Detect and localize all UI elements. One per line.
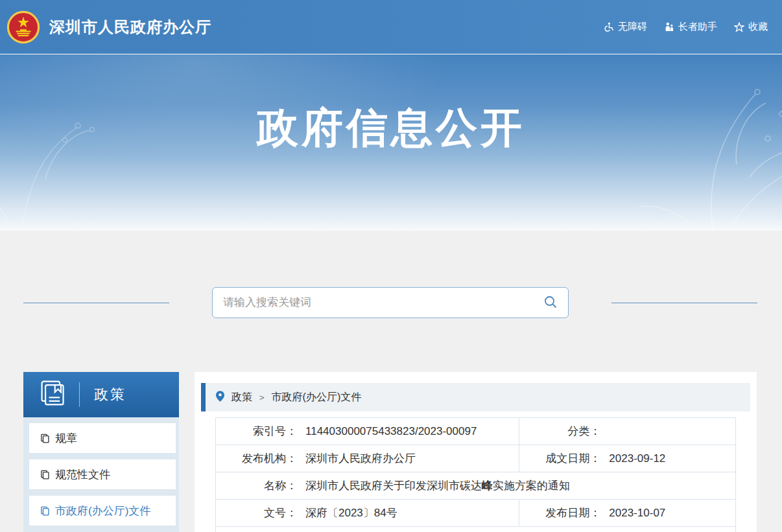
sidebar-header-divider	[79, 382, 80, 407]
document-icon	[40, 434, 50, 443]
doc-number-label: 文号：	[216, 505, 297, 520]
breadcrumb-separator: >	[259, 393, 265, 402]
category-cell: 分类：	[519, 418, 736, 445]
favorite-label: 收藏	[748, 21, 768, 33]
main-section: 政策 规章 规范性文件	[0, 231, 782, 532]
table-row: 文号：深府〔2023〕84号 发布日期：2023-10-07	[216, 500, 736, 527]
elder-assist-label: 长者助手	[678, 21, 717, 33]
table-row: 名称：深圳市人民政府关于印发深圳市碳达峰实施方案的通知	[216, 472, 736, 500]
written-date-value: 2023-09-12	[609, 452, 665, 465]
document-name-value: 深圳市人民政府关于印发深圳市碳达峰实施方案的通知	[305, 480, 570, 492]
doc-number-value: 深府〔2023〕84号	[305, 507, 397, 519]
written-date-label: 成文日期：	[519, 451, 600, 466]
category-label: 分类：	[519, 424, 600, 439]
star-icon	[734, 22, 744, 32]
sidebar-item-label: 规章	[55, 431, 77, 446]
breadcrumb: 政策 > 市政府(办公厅)文件	[201, 383, 750, 411]
book-icon	[39, 379, 67, 410]
elder-assist-link[interactable]: 长者助手	[664, 21, 717, 33]
document-icon	[40, 506, 50, 516]
search-input[interactable]	[223, 296, 543, 309]
content-row: 政策 规章 规范性文件	[0, 372, 782, 532]
index-number-cell: 索引号：114403000075433823/2023-00097	[216, 418, 519, 445]
doc-number-cell: 文号：深府〔2023〕84号	[216, 500, 519, 527]
site-title: 深圳市人民政府办公厅	[49, 17, 211, 38]
search-button[interactable]	[543, 295, 558, 311]
sidebar-item-regulations[interactable]: 规章	[29, 423, 176, 453]
accessibility-link[interactable]: 无障碍	[604, 21, 647, 33]
sidebar-item-label: 规范性文件	[55, 467, 110, 482]
publisher-cell: 发布机构：深圳市人民政府办公厅	[216, 445, 519, 472]
main-panel: 政策 > 市政府(办公厅)文件 索引号：114403000075433823/2…	[195, 372, 757, 532]
search-row	[0, 287, 782, 318]
favorite-link[interactable]: 收藏	[734, 21, 768, 33]
highlighted-keyword: 峰	[482, 480, 493, 492]
national-emblem-icon	[6, 10, 40, 44]
written-date-cell: 成文日期：2023-09-12	[519, 445, 736, 472]
decorative-line-right	[611, 303, 757, 303]
sidebar-title: 政策	[94, 385, 126, 404]
sidebar-item-label: 市政府(办公厅)文件	[55, 503, 150, 518]
table-row: 发布机构：深圳市人民政府办公厅 成文日期：2023-09-12	[216, 445, 736, 472]
index-number-value: 114403000075433823/2023-00097	[305, 425, 477, 437]
document-name-cell: 名称：深圳市人民政府关于印发深圳市碳达峰实施方案的通知	[216, 472, 736, 500]
document-icon	[40, 470, 50, 480]
sidebar-header: 政策	[23, 372, 179, 417]
publish-date-cell: 发布日期：2023-10-07	[519, 500, 736, 527]
topbar: 深圳市人民政府办公厅 无障碍 长者助手	[0, 0, 782, 54]
sidebar-item-municipal-documents[interactable]: 市政府(办公厅)文件	[29, 496, 176, 526]
location-pin-icon	[216, 391, 224, 404]
page-title: 政府信息公开	[0, 54, 782, 156]
publisher-label: 发布机构：	[216, 451, 297, 466]
search-box	[212, 287, 569, 318]
partial-row-cell	[216, 527, 736, 532]
banner: 政府信息公开	[0, 54, 782, 231]
sidebar-items: 规章 规范性文件 市政府(办公厅)文件	[23, 417, 179, 532]
accessibility-label: 无障碍	[618, 21, 647, 33]
publish-date-label: 发布日期：	[519, 505, 600, 520]
topbar-links: 无障碍 长者助手 收藏	[604, 21, 768, 33]
breadcrumb-item-policy[interactable]: 政策	[231, 391, 252, 404]
document-meta-table: 索引号：114403000075433823/2023-00097 分类： 发布…	[215, 417, 736, 532]
sidebar-item-normative-documents[interactable]: 规范性文件	[29, 459, 176, 489]
breadcrumb-item-current: 市政府(办公厅)文件	[272, 391, 362, 404]
sidebar: 政策 规章 规范性文件	[23, 372, 179, 532]
search-icon	[543, 295, 558, 311]
publish-date-value: 2023-10-07	[609, 507, 665, 519]
document-name-label: 名称：	[216, 478, 297, 493]
index-number-label: 索引号：	[216, 424, 297, 439]
table-row	[216, 527, 736, 532]
wheelchair-icon	[604, 22, 614, 32]
elder-icon	[664, 22, 674, 32]
decorative-line-left	[23, 303, 169, 303]
table-row: 索引号：114403000075433823/2023-00097 分类：	[216, 418, 736, 445]
publisher-value: 深圳市人民政府办公厅	[305, 452, 416, 465]
